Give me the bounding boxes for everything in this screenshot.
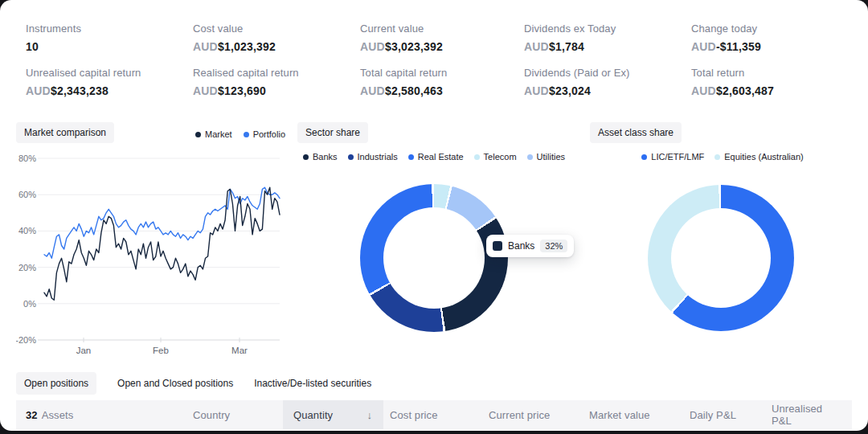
asset-class-donut[interactable] [648, 185, 794, 331]
y-tick-label: -20% [16, 335, 36, 345]
legend-label: Industrials [358, 152, 398, 162]
stat-label: Change today [691, 23, 852, 35]
market-comparison-line-chart[interactable]: 80%60%40%20%0%-20%JanFebMar [16, 151, 285, 362]
sector-share-donut[interactable] [360, 184, 508, 332]
x-tick-label: Feb [153, 346, 169, 355]
column-header-daily-p-l[interactable]: Daily P&L [683, 400, 772, 429]
column-header-unrealised-p-l[interactable]: Unrealised P&L [772, 400, 852, 429]
legend-item-portfolio[interactable]: Portfolio [244, 129, 285, 139]
legend-label: LIC/ETF/LMF [651, 152, 704, 162]
currency-prefix: AUD [691, 40, 716, 53]
sort-desc-icon[interactable]: ↓ [366, 409, 372, 421]
stat-amount: $2,580,463 [385, 84, 443, 97]
stat-value: AUD$2,603,487 [691, 84, 852, 97]
legend-item-banks[interactable]: Banks [303, 152, 338, 162]
stat-amount: $123,690 [218, 84, 266, 97]
column-label: Assets [42, 409, 74, 421]
sector-share-title: Sector share [297, 122, 368, 143]
stat-amount: $23,024 [549, 84, 591, 97]
stat-value: 10 [26, 40, 193, 53]
portfolio-stats-grid: Instruments10Cost valueAUD$1,023,392Curr… [26, 23, 852, 97]
stat-dividends-paid-or-ex: Dividends (Paid or Ex)AUD$23,024 [524, 67, 691, 97]
asset-class-legend: LIC/ETF/LMFEquities (Australian) [590, 152, 855, 162]
column-label: Cost price [390, 409, 438, 421]
assets-count: 32 [26, 409, 38, 421]
market-line[interactable] [44, 187, 280, 300]
currency-prefix: AUD [193, 40, 218, 53]
portfolio-line[interactable] [44, 187, 280, 258]
equities-australian-dot-icon [714, 154, 720, 160]
stat-label: Cost value [193, 23, 360, 35]
stat-amount: 10 [26, 40, 39, 53]
tooltip-value-badge: 32% [540, 240, 567, 252]
currency-prefix: AUD [524, 84, 549, 97]
y-tick-label: 20% [18, 263, 36, 272]
legend-item-lic-etf-lmf[interactable]: LIC/ETF/LMF [641, 152, 704, 162]
stat-value: AUD$123,690 [193, 84, 360, 97]
column-header-country[interactable]: Country [193, 400, 283, 429]
y-tick-label: 60% [18, 190, 36, 199]
stat-amount: $2,603,487 [716, 84, 774, 97]
tab-open-positions[interactable]: Open positions [16, 372, 96, 395]
legend-label: Portfolio [253, 129, 285, 139]
column-header-assets[interactable]: 32Assets [16, 400, 193, 429]
stat-amount: -$11,359 [716, 40, 761, 53]
stat-change-today: Change todayAUD-$11,359 [691, 23, 852, 53]
legend-item-telecom[interactable]: Telecom [474, 152, 517, 162]
banks-dot-icon [303, 154, 309, 160]
asset-class-share-section: Asset class share LIC/ETF/LMFEquities (A… [590, 122, 855, 373]
stat-unrealised-capital-return: Unrealised capital returnAUD$2,343,238 [26, 67, 193, 97]
legend-item-utilities[interactable]: Utilities [527, 152, 565, 162]
stat-value: AUD$23,024 [524, 84, 691, 97]
stat-value: AUD$2,343,238 [26, 84, 193, 97]
legend-label: Telecom [484, 152, 517, 162]
currency-prefix: AUD [193, 84, 218, 97]
legend-label: Equities (Australian) [724, 152, 803, 162]
tab-inactive-de-listed-securities[interactable]: Inactive/De-listed securities [254, 372, 371, 395]
column-header-cost-price[interactable]: Cost price [383, 400, 482, 429]
column-label: Current price [489, 409, 550, 421]
stat-label: Unrealised capital return [26, 67, 193, 79]
tab-open-and-closed-positions[interactable]: Open and Closed positions [117, 372, 233, 395]
stat-total-return: Total returnAUD$2,603,487 [691, 67, 852, 97]
stat-amount: $2,343,238 [51, 84, 108, 97]
legend-item-real-estate[interactable]: Real Estate [408, 152, 464, 162]
stat-total-capital-return: Total capital returnAUD$2,580,463 [360, 67, 524, 97]
currency-prefix: AUD [524, 40, 549, 53]
legend-label: Banks [313, 152, 338, 162]
column-label: Unrealised P&L [772, 403, 843, 427]
industrials-dot-icon [348, 154, 354, 160]
currency-prefix: AUD [691, 84, 716, 97]
utilities-dot-icon [527, 154, 533, 160]
legend-label: Market [205, 129, 232, 139]
x-tick-label: Jan [76, 346, 92, 355]
y-tick-label: 0% [23, 299, 36, 309]
stat-cost-value: Cost valueAUD$1,023,392 [193, 23, 360, 53]
column-header-market-value[interactable]: Market value [583, 400, 683, 429]
column-header-quantity[interactable]: Quantity↓ [283, 400, 383, 429]
legend-item-industrials[interactable]: Industrials [348, 152, 398, 162]
stat-current-value: Current valueAUD$3,023,392 [360, 23, 524, 53]
sector-share-section: Sector share BanksIndustrialsReal Estate… [297, 122, 571, 373]
stat-label: Total capital return [360, 67, 524, 79]
market-dot-icon [195, 132, 201, 137]
legend-item-market[interactable]: Market [195, 129, 232, 139]
positions-tabs: Open positionsOpen and Closed positionsI… [16, 372, 371, 395]
stat-value: AUD$3,023,392 [360, 40, 524, 53]
market-chart-legend: MarketPortfolio [195, 129, 285, 139]
stat-label: Current value [360, 23, 524, 35]
legend-item-equities-australian[interactable]: Equities (Australian) [714, 152, 803, 162]
currency-prefix: AUD [360, 40, 385, 53]
stat-label: Dividends (Paid or Ex) [524, 67, 691, 79]
y-tick-label: 40% [18, 226, 36, 235]
legend-label: Real Estate [418, 152, 464, 162]
stat-instruments: Instruments10 [26, 23, 193, 53]
column-header-current-price[interactable]: Current price [482, 400, 583, 429]
banks-swatch-icon [493, 241, 502, 251]
stat-realised-capital-return: Realised capital returnAUD$123,690 [193, 67, 360, 97]
stat-label: Total return [691, 67, 852, 79]
market-comparison-section: Market comparison MarketPortfolio 80%60%… [16, 122, 285, 373]
asset-class-share-title: Asset class share [590, 122, 682, 143]
portfolio-dashboard-card: Instruments10Cost valueAUD$1,023,392Curr… [0, 0, 868, 431]
x-tick-label: Mar [231, 346, 248, 355]
